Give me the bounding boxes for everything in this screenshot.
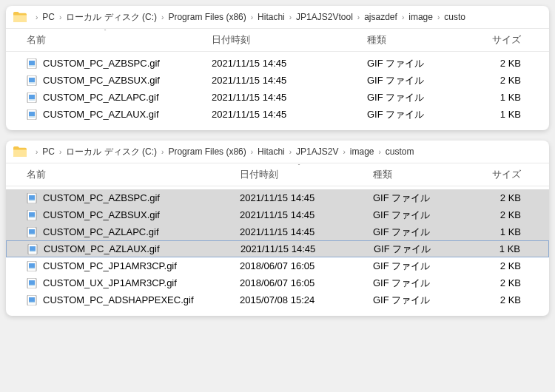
chevron-right-icon: › (289, 13, 292, 21)
file-name: CUSTOM_PC_AZLAPC.gif (43, 226, 159, 237)
breadcrumb-item[interactable]: ローカル ディスク (C:) (66, 146, 157, 158)
breadcrumb-item[interactable]: ローカル ディスク (C:) (66, 11, 157, 24)
file-name: CUSTOM_PC_AZLAPC.gif (43, 92, 159, 103)
breadcrumb-item[interactable]: custom (386, 146, 414, 157)
svg-rect-32 (29, 302, 35, 303)
image-file-icon (27, 244, 38, 254)
svg-rect-25 (29, 263, 35, 268)
svg-rect-29 (29, 285, 35, 286)
explorer-window-1: › PC › ローカル ディスク (C:) › Program Files (x… (6, 6, 549, 130)
breadcrumb[interactable]: › PC › ローカル ディスク (C:) › Program Files (x… (6, 141, 549, 163)
file-list: CUSTOM_PC_AZBSPC.gif2021/11/15 14:45GIF … (6, 52, 549, 130)
file-type: GIF ファイル (366, 289, 478, 311)
chevron-right-icon: › (59, 13, 61, 21)
column-header-name[interactable]: ˆ 名前 (6, 29, 204, 51)
explorer-window-2: › PC › ローカル ディスク (C:) › Program Files (x… (6, 141, 549, 316)
breadcrumb-item[interactable]: ajsazdef (364, 12, 397, 22)
svg-rect-11 (29, 116, 35, 118)
file-row[interactable]: CUSTOM_PC_AZLAUX.gif2021/11/15 14:45GIF … (6, 106, 549, 123)
file-name: CUSTOM_PC_ADSHAPPEXEC.gif (43, 294, 194, 305)
breadcrumb-item[interactable]: JP1AJS2Vtool (296, 12, 353, 22)
file-size: 1 KB (471, 104, 549, 124)
breadcrumb-item[interactable]: custo (444, 12, 465, 22)
image-file-icon (27, 58, 37, 69)
chevron-right-icon: › (36, 13, 38, 21)
breadcrumb-item[interactable]: Hitachi (258, 146, 285, 157)
chevron-right-icon: › (161, 13, 164, 21)
chevron-right-icon: › (379, 148, 381, 156)
image-file-icon (27, 261, 37, 271)
image-file-icon (27, 75, 37, 86)
image-file-icon (27, 92, 37, 103)
file-date: 2021/11/15 14:45 (204, 104, 360, 124)
file-name: CUSTOM_PC_AZBSUX.gif (43, 209, 160, 220)
file-name: CUSTOM_PC_AZLAUX.gif (43, 109, 159, 120)
column-headers: ˆ 名前 日付時刻 種類 サイズ (6, 28, 549, 52)
svg-rect-5 (29, 82, 35, 84)
breadcrumb-item[interactable]: Program Files (x86) (168, 146, 246, 157)
breadcrumb-item[interactable]: PC (42, 12, 55, 22)
svg-rect-17 (29, 217, 35, 218)
breadcrumb-item[interactable]: image (408, 12, 433, 22)
chevron-right-icon: › (402, 13, 404, 21)
svg-rect-23 (30, 251, 36, 252)
svg-rect-10 (29, 112, 35, 116)
svg-rect-28 (29, 280, 35, 285)
svg-rect-22 (30, 246, 36, 251)
file-name: CUSTOM_PC_AZBSPC.gif (43, 192, 160, 203)
image-file-icon (27, 193, 37, 203)
image-file-icon (27, 295, 37, 305)
column-label: 名前 (27, 33, 46, 47)
breadcrumb[interactable]: › PC › ローカル ディスク (C:) › Program Files (x… (6, 6, 549, 28)
image-file-icon (27, 210, 37, 220)
chevron-right-icon: › (251, 148, 253, 156)
svg-rect-31 (29, 297, 35, 302)
file-name: CUSTOM_PC_AZBSUX.gif (43, 75, 160, 86)
column-header-type[interactable]: 種類 (360, 29, 471, 51)
file-type: GIF ファイル (360, 104, 471, 126)
chevron-right-icon: › (36, 148, 38, 156)
chevron-right-icon: › (343, 148, 345, 156)
file-size: 2 KB (478, 290, 549, 310)
folder-icon (13, 12, 27, 23)
column-label: 日付時刻 (240, 168, 278, 181)
column-header-size[interactable]: サイズ (478, 163, 549, 186)
breadcrumb-item[interactable]: JP1AJS2V (296, 146, 338, 157)
svg-rect-16 (29, 212, 35, 217)
file-name: CUSTOM_UX_JP1AMR3CP.gif (43, 277, 177, 288)
file-name-cell: CUSTOM_PC_AZLAUX.gif (6, 104, 204, 124)
svg-rect-20 (29, 234, 35, 235)
file-name-cell: CUSTOM_PC_ADSHAPPEXEC.gif (6, 290, 232, 310)
file-date: 2015/07/08 15:24 (232, 290, 366, 310)
image-file-icon (27, 227, 37, 237)
sort-desc-icon: ˇ (298, 163, 300, 169)
chevron-right-icon: › (357, 13, 360, 21)
column-header-type[interactable]: 種類 (366, 163, 478, 186)
breadcrumb-item[interactable]: Hitachi (258, 12, 285, 22)
svg-rect-4 (29, 78, 35, 82)
file-name: CUSTOM_PC_AZBSPC.gif (43, 58, 160, 69)
svg-rect-7 (29, 95, 35, 99)
chevron-right-icon: › (251, 13, 253, 21)
breadcrumb-item[interactable]: image (350, 146, 374, 157)
svg-rect-14 (29, 200, 35, 201)
file-list: CUSTOM_PC_AZBSPC.gif2021/11/15 14:45GIF … (6, 186, 549, 316)
column-header-size[interactable]: サイズ (471, 29, 549, 51)
column-header-date[interactable]: 日付時刻 (204, 29, 360, 51)
file-name: CUSTOM_PC_AZLAUX.gif (44, 243, 160, 254)
svg-rect-1 (29, 61, 35, 65)
chevron-right-icon: › (59, 148, 61, 156)
svg-rect-19 (29, 229, 35, 234)
chevron-right-icon: › (437, 13, 440, 21)
chevron-right-icon: › (161, 148, 164, 156)
svg-rect-13 (29, 195, 35, 200)
column-header-date[interactable]: ˇ 日付時刻 (232, 163, 366, 186)
folder-icon (13, 146, 27, 158)
image-file-icon (27, 278, 37, 288)
breadcrumb-item[interactable]: PC (42, 146, 55, 157)
file-row[interactable]: CUSTOM_PC_ADSHAPPEXEC.gif2015/07/08 15:2… (6, 291, 549, 308)
breadcrumb-item[interactable]: Program Files (x86) (168, 12, 246, 22)
column-header-name[interactable]: 名前 (6, 163, 232, 186)
svg-rect-26 (29, 268, 35, 269)
sort-asc-icon: ˆ (104, 28, 107, 35)
